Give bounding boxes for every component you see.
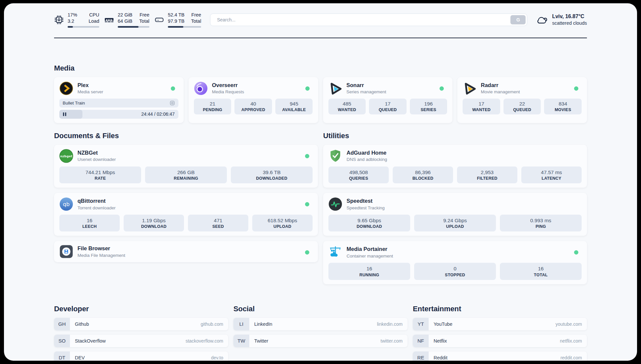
qbittorrent-icon: qb (59, 197, 73, 211)
filebrowser-icon (59, 245, 73, 258)
search-input[interactable] (210, 14, 527, 26)
bookmark-domain: dev.to (211, 355, 223, 360)
app-card-filebrowser[interactable]: File Browser Media File Management (54, 241, 318, 262)
app-card-sonarr[interactable]: Sonarr Series management 485 WANTED 17 Q… (323, 77, 453, 123)
app-title: Sonarr (347, 82, 386, 89)
overseerr-icon (194, 81, 208, 95)
stat-chip: 17 QUEUED (369, 99, 407, 114)
disk-total-label: Total (191, 18, 201, 24)
bookmark-abbr: DT (54, 351, 70, 361)
memory-free-label: Free (139, 12, 149, 18)
section-heading-developer: Developer (54, 305, 228, 313)
bookmark-reddit[interactable]: RE Reddit reddit.com (413, 351, 587, 361)
bookmark-name: Netflix (434, 338, 447, 344)
memory-icon (104, 15, 114, 25)
playback-time: 24:44 / 02:06:47 (141, 111, 178, 117)
app-card-nzbget[interactable]: nzbget NZBGet Usenet downloader 744.21 M… (54, 145, 318, 188)
stat-chip: 39.6 TB DOWNLOADED (231, 167, 313, 183)
bookmark-abbr: YT (413, 318, 429, 330)
bookmark-name: DEV (75, 355, 85, 360)
radarr-icon (463, 81, 476, 95)
section-heading-media: Media (54, 64, 587, 73)
app-subtitle: Movie management (481, 89, 520, 95)
stat-chip: 86,396 BLOCKED (393, 167, 453, 183)
bookmark-linkedin[interactable]: LI LinkedIn linkedin.com (233, 318, 408, 330)
app-subtitle: Usenet downloader (77, 157, 116, 163)
bookmark-group-social: Social LI LinkedIn linkedin.com TW Twitt… (233, 305, 408, 361)
section-documents: Documents & Files nzbget NZBGet Usenet d… (54, 132, 318, 262)
app-subtitle: Container management (347, 253, 393, 259)
weather-widget: Lviv, 16.87°C scattered clouds (536, 13, 587, 26)
status-dot-online (305, 154, 309, 158)
app-card-speedtest[interactable]: Speedtest Speedtest Tracking 9.65 Gbps D… (323, 193, 587, 236)
weather-location-temp: Lviv, 16.87°C (552, 13, 587, 20)
bookmark-twitter[interactable]: TW Twitter twitter.com (233, 335, 408, 347)
app-subtitle: Media Requests (212, 89, 244, 95)
bookmark-abbr: LI (233, 318, 249, 330)
bookmark-name: Reddit (434, 355, 447, 360)
app-card-radarr[interactable]: Radarr Movie management 17 WANTED 22 QUE… (457, 77, 587, 123)
status-dot-online (440, 86, 444, 91)
app-title: Speedtest (347, 197, 385, 204)
app-card-portainer[interactable]: Media Portainer Container management 16 … (323, 241, 587, 284)
memory-progress-fill (118, 26, 138, 28)
portainer-icon (328, 245, 342, 259)
app-card-qbittorrent[interactable]: qb qBittorrent Torrent downloader 16 (54, 193, 318, 236)
search-bar: G (210, 14, 527, 26)
cpu-load-label: Load (89, 18, 99, 24)
topbar-divider (54, 38, 587, 38)
open-session-button[interactable] (169, 100, 175, 106)
app-subtitle: Media server (77, 89, 103, 95)
playback-progress-row: 24:44 / 02:06:47 (59, 110, 178, 119)
bookmark-abbr: TW (233, 335, 249, 347)
cpu-label: CPU (89, 12, 99, 18)
stat-chip: 9.24 Gbps UPLOAD (414, 215, 496, 231)
stat-chip: 498,508 QUERIES (328, 167, 389, 183)
plex-icon (59, 81, 73, 95)
bookmark-github[interactable]: GH Github github.com (54, 318, 228, 330)
top-bar: 17% 3.2 CPU Load (54, 12, 587, 28)
bookmark-name: YouTube (434, 321, 452, 327)
bookmark-domain: netflix.com (560, 338, 582, 344)
bookmark-stackoverflow[interactable]: SO StackOverflow stackoverflow.com (54, 335, 228, 347)
stat-chip: 17 WANTED (463, 99, 500, 114)
section-media: Media Plex Media server (54, 64, 587, 123)
stat-chip: 485 WANTED (328, 99, 366, 114)
stat-chip: 16 LEECH (59, 215, 120, 231)
section-heading-entertainment: Entertainment (413, 305, 587, 313)
app-card-plex[interactable]: Plex Media server Bullet Train (54, 77, 184, 123)
bookmark-dev[interactable]: DT DEV dev.to (54, 351, 228, 361)
app-card-adguard[interactable]: AdGuard Home DNS and adblocking 498,508 … (323, 145, 587, 188)
stat-chip: 16 RUNNING (328, 263, 410, 280)
status-dot-online (171, 86, 175, 91)
pause-button[interactable] (63, 112, 67, 116)
bookmark-abbr: RE (413, 351, 429, 361)
stat-chip: 47.57 ms LATENCY (521, 167, 582, 183)
search-provider-button[interactable]: G (510, 15, 526, 24)
stat-chip: 618.52 Mbps UPLOAD (252, 215, 313, 231)
bookmark-netflix[interactable]: NF Netflix netflix.com (413, 335, 587, 347)
bookmark-domain: twitter.com (381, 338, 403, 344)
bookmark-group-entertainment: Entertainment YT YouTube youtube.com NF … (413, 305, 587, 361)
section-utilities: Utilities AdGuard Home DNS (323, 132, 587, 284)
cpu-progress-bar (68, 26, 99, 28)
stat-chip: 22 QUEUED (504, 99, 541, 114)
disk-free-value: 52.4 TB (168, 12, 185, 18)
stat-chip: 9.65 Gbps DOWNLOAD (328, 215, 410, 231)
stat-chip: 16 TOTAL (500, 263, 582, 280)
stat-chip: 744.21 Mbps RATE (59, 167, 141, 183)
bookmark-name: StackOverflow (75, 338, 106, 344)
app-card-overseerr[interactable]: Overseerr Media Requests 21 PENDING 40 A… (189, 77, 318, 123)
cpu-usage-value: 17% (68, 12, 77, 18)
app-subtitle: DNS and adblocking (347, 157, 387, 163)
svg-text:qb: qb (63, 201, 70, 207)
bookmark-domain: youtube.com (556, 321, 582, 327)
app-subtitle: Series management (347, 89, 386, 95)
speedtest-icon (328, 197, 342, 211)
bookmark-youtube[interactable]: YT YouTube youtube.com (413, 318, 587, 330)
disk-progress-bar (168, 26, 201, 28)
status-dot-online (574, 86, 578, 91)
stat-chip: 40 APPROVED (234, 99, 272, 114)
section-heading-social: Social (233, 305, 408, 313)
app-title: Overseerr (212, 82, 244, 89)
